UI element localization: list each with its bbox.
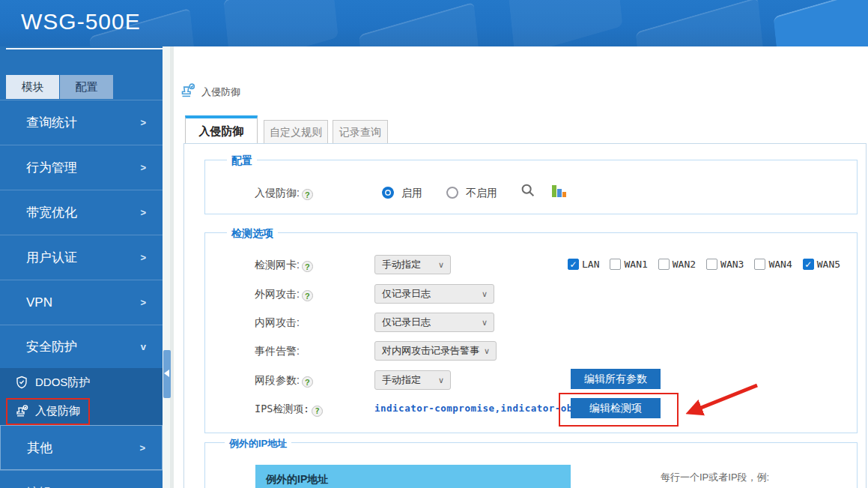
checkbox-icon (658, 259, 670, 270)
app-header: WSG-500E (0, 0, 868, 46)
sidebar-item-label: 用户认证 (26, 249, 77, 266)
checkbox-lan[interactable]: ✓ LAN (568, 259, 599, 270)
checkbox-wan5[interactable]: ✓ WAN5 (803, 259, 840, 270)
chevron-down-icon: ∨ (482, 318, 488, 328)
collapse-arrow-icon (164, 370, 169, 377)
checkbox-label: WAN1 (624, 259, 647, 270)
tab-custom-rules[interactable]: 自定义规则 (264, 120, 328, 145)
chevron-right-icon: > (140, 207, 146, 218)
radio-enable[interactable] (382, 187, 394, 199)
select-value: 仅记录日志 (382, 287, 431, 301)
field-label-text: IPS检测项: (255, 403, 309, 415)
bar-chart-icon[interactable] (550, 181, 568, 199)
keyboard-texture (773, 0, 868, 46)
ips-items-label: IPS检测项:? (255, 403, 323, 417)
help-icon[interactable]: ? (302, 189, 313, 200)
ips-items-value: indicator-compromise,indicator-ob··· (374, 403, 591, 414)
chevron-down-icon: v (141, 341, 146, 352)
stamp-check-icon (180, 82, 195, 98)
field-label-text: 入侵防御: (255, 187, 300, 199)
edit-all-params-button[interactable]: 编辑所有参数 (571, 369, 661, 389)
select-value: 手动指定 (382, 258, 421, 271)
sidebar-item-security[interactable]: 安全防护 v (0, 325, 163, 368)
sidebar-tab-config[interactable]: 配置 (60, 75, 113, 99)
sidebar-item-query-stats[interactable]: 查询统计 > (0, 100, 163, 145)
checkbox-wan3[interactable]: WAN3 (706, 259, 744, 270)
interface-checkbox-group: ✓ LAN WAN1 WAN2 WAN3 WAN4 ✓ WAN5 (568, 259, 851, 270)
segment-select[interactable]: 手动指定 ∨ (374, 370, 451, 390)
exception-panel-legend: 例外的IP地址 (225, 437, 291, 451)
wsg-admin-page: WSG-500E 模块 配置 查询统计 > 行为管理 > 带宽优化 > 用户认证… (0, 0, 868, 488)
sidebar-item-partial[interactable]: 编辑 (0, 470, 163, 488)
sidebar-item-bandwidth-opt[interactable]: 带宽优化 > (0, 190, 163, 235)
chevron-down-icon: ∨ (482, 289, 488, 299)
help-icon[interactable]: ? (302, 376, 313, 388)
segment-label: 网段参数:? (255, 374, 313, 388)
checkbox-label: WAN2 (673, 259, 696, 270)
alert-label: 事件告警: (255, 345, 300, 358)
sidebar-subitem-label: 入侵防御 (35, 404, 80, 418)
sidebar-tab-modules[interactable]: 模块 (6, 75, 59, 99)
wan-attack-label: 外网攻击:? (255, 288, 313, 301)
sidebar-item-others[interactable]: 其他 > (0, 425, 163, 470)
wan-attack-select[interactable]: 仅记录日志 ∨ (374, 284, 494, 304)
checkbox-label: LAN (582, 259, 599, 270)
select-value: 仅记录日志 (382, 316, 431, 329)
help-icon[interactable]: ? (302, 261, 313, 272)
keyboard-texture (636, 0, 765, 46)
checkbox-icon (706, 259, 717, 270)
keyboard-texture (223, 0, 339, 46)
sidebar-subitem-ips[interactable]: 入侵防御 (0, 397, 163, 425)
sidebar-item-label: 带宽优化 (26, 204, 77, 221)
checkbox-wan4[interactable]: WAN4 (754, 259, 792, 270)
sidebar-subitem-ddos[interactable]: DDOS防护 (0, 368, 163, 397)
sidebar-item-vpn[interactable]: VPN > (0, 280, 163, 325)
sidebar-item-label: VPN (26, 295, 52, 310)
keyboard-texture (508, 0, 622, 46)
checkbox-icon: ✓ (568, 259, 579, 270)
field-label-text: 检测网卡: (255, 259, 300, 271)
checkbox-icon (754, 259, 765, 270)
select-value: 手动指定 (382, 373, 421, 387)
sidebar-item-behavior-mgmt[interactable]: 行为管理 > (0, 145, 163, 190)
tab-log-query[interactable]: 记录查询 (333, 120, 388, 145)
ips-enable-label: 入侵防御:? (255, 187, 313, 200)
sidebar-item-label: 行为管理 (26, 159, 77, 176)
checkbox-icon (610, 259, 621, 270)
help-icon[interactable]: ? (302, 290, 313, 301)
config-panel-legend: 配置 (227, 154, 257, 168)
sidebar-menu: 查询统计 > 行为管理 > 带宽优化 > 用户认证 > VPN > 安全防护 v (0, 100, 163, 488)
checkbox-label: WAN5 (817, 259, 840, 270)
radio-enable-label[interactable]: 启用 (401, 187, 422, 200)
radio-disable[interactable] (446, 187, 458, 199)
alert-select[interactable]: 对内网攻击记录告警事 ∨ (374, 341, 497, 361)
sidebar-subitem-label: DDOS防护 (35, 376, 90, 390)
checkbox-wan2[interactable]: WAN2 (658, 259, 696, 270)
chevron-down-icon: ∨ (438, 376, 444, 385)
field-label-text: 网段参数: (255, 374, 300, 386)
tab-intrusion-prevention[interactable]: 入侵防御 (185, 115, 258, 144)
shield-check-icon (15, 376, 28, 389)
lan-attack-select[interactable]: 仅记录日志 ∨ (374, 313, 494, 332)
sidebar-divider (6, 48, 169, 49)
chevron-right-icon: > (139, 442, 145, 454)
breadcrumb: 入侵防御 (201, 85, 240, 99)
exception-ip-hint: 每行一个IP或者IP段，例: (661, 471, 769, 484)
sidebar-item-label: 查询统计 (26, 114, 77, 131)
nic-select[interactable]: 手动指定 ∨ (374, 255, 451, 274)
sidebar-item-user-auth[interactable]: 用户认证 > (0, 235, 163, 280)
checkbox-wan1[interactable]: WAN1 (610, 259, 647, 270)
app-title: WSG-500E (21, 9, 141, 34)
chevron-right-icon: > (140, 252, 146, 263)
stamp-check-icon (15, 404, 28, 418)
sidebar-collapse-handle[interactable] (163, 350, 171, 398)
checkbox-label: WAN4 (768, 259, 792, 270)
edit-detect-items-button[interactable]: 编辑检测项 (571, 398, 661, 418)
search-icon[interactable] (520, 182, 536, 199)
help-icon[interactable]: ? (312, 406, 323, 417)
sidebar: 模块 配置 查询统计 > 行为管理 > 带宽优化 > 用户认证 > VPN > (0, 46, 163, 488)
sidebar-submenu-security: DDOS防护 入侵防御 (0, 368, 163, 425)
chevron-right-icon: > (140, 297, 146, 308)
radio-disable-label[interactable]: 不启用 (466, 187, 497, 200)
exception-ip-table-header: 例外的IP地址 (255, 465, 571, 488)
